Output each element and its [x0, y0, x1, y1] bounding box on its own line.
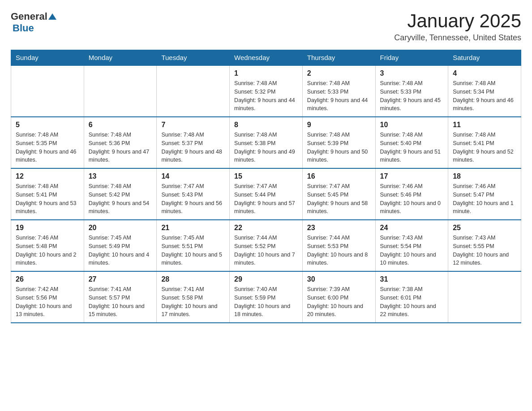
day-number: 25	[453, 224, 516, 232]
day-info: Sunrise: 7:47 AM Sunset: 5:44 PM Dayligh…	[234, 182, 298, 216]
calendar-cell: 13Sunrise: 7:48 AM Sunset: 5:42 PM Dayli…	[84, 168, 157, 220]
calendar-cell: 8Sunrise: 7:48 AM Sunset: 5:38 PM Daylig…	[230, 117, 303, 168]
day-info: Sunrise: 7:47 AM Sunset: 5:45 PM Dayligh…	[307, 182, 371, 216]
calendar-cell: 21Sunrise: 7:45 AM Sunset: 5:51 PM Dayli…	[157, 220, 230, 271]
day-number: 27	[89, 275, 152, 283]
day-number: 6	[89, 121, 152, 129]
logo-blue: Blue	[13, 22, 34, 34]
calendar-cell	[157, 65, 230, 117]
calendar-cell: 26Sunrise: 7:42 AM Sunset: 5:56 PM Dayli…	[11, 271, 84, 323]
day-info: Sunrise: 7:48 AM Sunset: 5:33 PM Dayligh…	[380, 79, 444, 113]
calendar-cell: 14Sunrise: 7:47 AM Sunset: 5:43 PM Dayli…	[157, 168, 230, 220]
weekday-header-saturday: Saturday	[448, 50, 521, 66]
calendar-cell: 27Sunrise: 7:41 AM Sunset: 5:57 PM Dayli…	[84, 271, 157, 323]
day-number: 20	[89, 224, 152, 232]
calendar-cell: 23Sunrise: 7:44 AM Sunset: 5:53 PM Dayli…	[302, 220, 375, 271]
weekday-header-tuesday: Tuesday	[157, 50, 230, 66]
day-number: 12	[16, 172, 79, 180]
weekday-header-monday: Monday	[84, 50, 157, 66]
day-number: 2	[307, 69, 371, 77]
weekday-header-row: SundayMondayTuesdayWednesdayThursdayFrid…	[11, 50, 521, 66]
calendar-cell	[11, 65, 84, 117]
calendar-cell: 28Sunrise: 7:41 AM Sunset: 5:58 PM Dayli…	[157, 271, 230, 323]
day-info: Sunrise: 7:41 AM Sunset: 5:57 PM Dayligh…	[89, 285, 152, 319]
calendar-cell: 15Sunrise: 7:47 AM Sunset: 5:44 PM Dayli…	[230, 168, 303, 220]
calendar-week-3: 12Sunrise: 7:48 AM Sunset: 5:41 PM Dayli…	[11, 168, 521, 220]
day-number: 26	[16, 275, 79, 283]
day-number: 11	[453, 121, 516, 129]
calendar-cell: 29Sunrise: 7:40 AM Sunset: 5:59 PM Dayli…	[230, 271, 303, 323]
day-info: Sunrise: 7:48 AM Sunset: 5:37 PM Dayligh…	[161, 131, 225, 164]
logo-general: General	[11, 11, 47, 22]
day-number: 3	[380, 69, 444, 77]
location-title: Caryville, Tennessee, United States	[394, 33, 521, 43]
day-info: Sunrise: 7:43 AM Sunset: 5:55 PM Dayligh…	[453, 234, 516, 267]
calendar-week-1: 1Sunrise: 7:48 AM Sunset: 5:32 PM Daylig…	[11, 65, 521, 117]
day-number: 1	[234, 69, 298, 77]
calendar-cell: 19Sunrise: 7:46 AM Sunset: 5:48 PM Dayli…	[11, 220, 84, 271]
day-info: Sunrise: 7:45 AM Sunset: 5:51 PM Dayligh…	[161, 234, 225, 267]
day-number: 10	[380, 121, 444, 129]
calendar-cell: 31Sunrise: 7:38 AM Sunset: 6:01 PM Dayli…	[375, 271, 448, 323]
day-number: 5	[16, 121, 79, 129]
weekday-header-wednesday: Wednesday	[230, 50, 303, 66]
calendar-cell: 6Sunrise: 7:48 AM Sunset: 5:36 PM Daylig…	[84, 117, 157, 168]
day-number: 21	[161, 224, 225, 232]
day-info: Sunrise: 7:41 AM Sunset: 5:58 PM Dayligh…	[161, 285, 225, 319]
calendar-cell: 30Sunrise: 7:39 AM Sunset: 6:00 PM Dayli…	[302, 271, 375, 323]
day-number: 9	[307, 121, 371, 129]
day-info: Sunrise: 7:48 AM Sunset: 5:39 PM Dayligh…	[307, 131, 371, 164]
weekday-header-thursday: Thursday	[302, 50, 375, 66]
calendar-cell: 20Sunrise: 7:45 AM Sunset: 5:49 PM Dayli…	[84, 220, 157, 271]
day-info: Sunrise: 7:42 AM Sunset: 5:56 PM Dayligh…	[16, 285, 79, 319]
day-info: Sunrise: 7:47 AM Sunset: 5:43 PM Dayligh…	[161, 182, 225, 216]
day-info: Sunrise: 7:48 AM Sunset: 5:34 PM Dayligh…	[453, 79, 516, 113]
day-info: Sunrise: 7:46 AM Sunset: 5:46 PM Dayligh…	[380, 182, 444, 216]
calendar-cell: 2Sunrise: 7:48 AM Sunset: 5:33 PM Daylig…	[302, 65, 375, 117]
calendar-cell: 9Sunrise: 7:48 AM Sunset: 5:39 PM Daylig…	[302, 117, 375, 168]
title-block: January 2025 Caryville, Tennessee, Unite…	[394, 11, 521, 43]
calendar-cell: 25Sunrise: 7:43 AM Sunset: 5:55 PM Dayli…	[448, 220, 521, 271]
calendar-cell: 3Sunrise: 7:48 AM Sunset: 5:33 PM Daylig…	[375, 65, 448, 117]
calendar-cell	[84, 65, 157, 117]
logo: General Blue	[11, 11, 56, 34]
day-info: Sunrise: 7:39 AM Sunset: 6:00 PM Dayligh…	[307, 285, 371, 319]
day-info: Sunrise: 7:48 AM Sunset: 5:33 PM Dayligh…	[307, 79, 371, 113]
day-number: 4	[453, 69, 516, 77]
calendar-cell: 4Sunrise: 7:48 AM Sunset: 5:34 PM Daylig…	[448, 65, 521, 117]
weekday-header-sunday: Sunday	[11, 50, 84, 66]
calendar-cell: 7Sunrise: 7:48 AM Sunset: 5:37 PM Daylig…	[157, 117, 230, 168]
day-number: 22	[234, 224, 298, 232]
day-info: Sunrise: 7:43 AM Sunset: 5:54 PM Dayligh…	[380, 234, 444, 267]
calendar-cell: 11Sunrise: 7:48 AM Sunset: 5:41 PM Dayli…	[448, 117, 521, 168]
calendar-table: SundayMondayTuesdayWednesdayThursdayFrid…	[11, 50, 521, 323]
calendar-cell: 17Sunrise: 7:46 AM Sunset: 5:46 PM Dayli…	[375, 168, 448, 220]
day-number: 30	[307, 275, 371, 283]
day-number: 8	[234, 121, 298, 129]
day-number: 24	[380, 224, 444, 232]
day-info: Sunrise: 7:45 AM Sunset: 5:49 PM Dayligh…	[89, 234, 152, 267]
day-info: Sunrise: 7:38 AM Sunset: 6:01 PM Dayligh…	[380, 285, 444, 319]
day-number: 23	[307, 224, 371, 232]
day-info: Sunrise: 7:48 AM Sunset: 5:42 PM Dayligh…	[89, 182, 152, 216]
day-info: Sunrise: 7:48 AM Sunset: 5:41 PM Dayligh…	[16, 182, 79, 216]
calendar-cell: 10Sunrise: 7:48 AM Sunset: 5:40 PM Dayli…	[375, 117, 448, 168]
day-info: Sunrise: 7:48 AM Sunset: 5:35 PM Dayligh…	[16, 131, 79, 164]
day-info: Sunrise: 7:40 AM Sunset: 5:59 PM Dayligh…	[234, 285, 298, 319]
calendar-cell: 5Sunrise: 7:48 AM Sunset: 5:35 PM Daylig…	[11, 117, 84, 168]
calendar-cell: 1Sunrise: 7:48 AM Sunset: 5:32 PM Daylig…	[230, 65, 303, 117]
day-number: 15	[234, 172, 298, 180]
day-info: Sunrise: 7:46 AM Sunset: 5:47 PM Dayligh…	[453, 182, 516, 216]
day-number: 13	[89, 172, 152, 180]
calendar-week-5: 26Sunrise: 7:42 AM Sunset: 5:56 PM Dayli…	[11, 271, 521, 323]
day-info: Sunrise: 7:48 AM Sunset: 5:38 PM Dayligh…	[234, 131, 298, 164]
day-info: Sunrise: 7:48 AM Sunset: 5:40 PM Dayligh…	[380, 131, 444, 164]
day-info: Sunrise: 7:48 AM Sunset: 5:36 PM Dayligh…	[89, 131, 152, 164]
day-info: Sunrise: 7:44 AM Sunset: 5:53 PM Dayligh…	[307, 234, 371, 267]
calendar-cell	[448, 271, 521, 323]
day-number: 29	[234, 275, 298, 283]
day-number: 19	[16, 224, 79, 232]
calendar-cell: 24Sunrise: 7:43 AM Sunset: 5:54 PM Dayli…	[375, 220, 448, 271]
calendar-cell: 22Sunrise: 7:44 AM Sunset: 5:52 PM Dayli…	[230, 220, 303, 271]
calendar-cell: 12Sunrise: 7:48 AM Sunset: 5:41 PM Dayli…	[11, 168, 84, 220]
